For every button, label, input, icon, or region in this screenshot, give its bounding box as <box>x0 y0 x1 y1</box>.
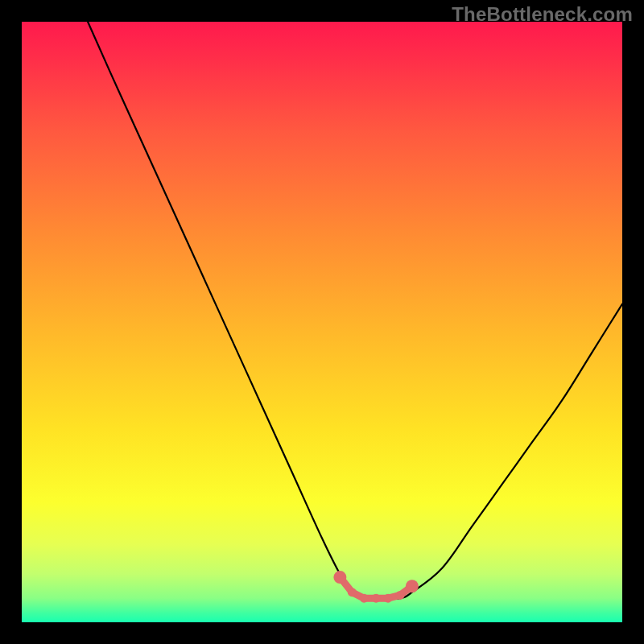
marker-dot <box>333 571 346 584</box>
gradient-background <box>22 22 622 622</box>
marker-dot <box>406 580 419 592</box>
plot-area <box>22 22 622 622</box>
marker-dot <box>384 594 393 603</box>
marker-dot <box>348 588 357 597</box>
marker-dot <box>372 594 381 603</box>
marker-dot <box>360 594 369 603</box>
marker-dot <box>395 591 404 600</box>
chart-frame: TheBottleneck.com <box>0 0 644 644</box>
chart-svg <box>22 22 622 622</box>
